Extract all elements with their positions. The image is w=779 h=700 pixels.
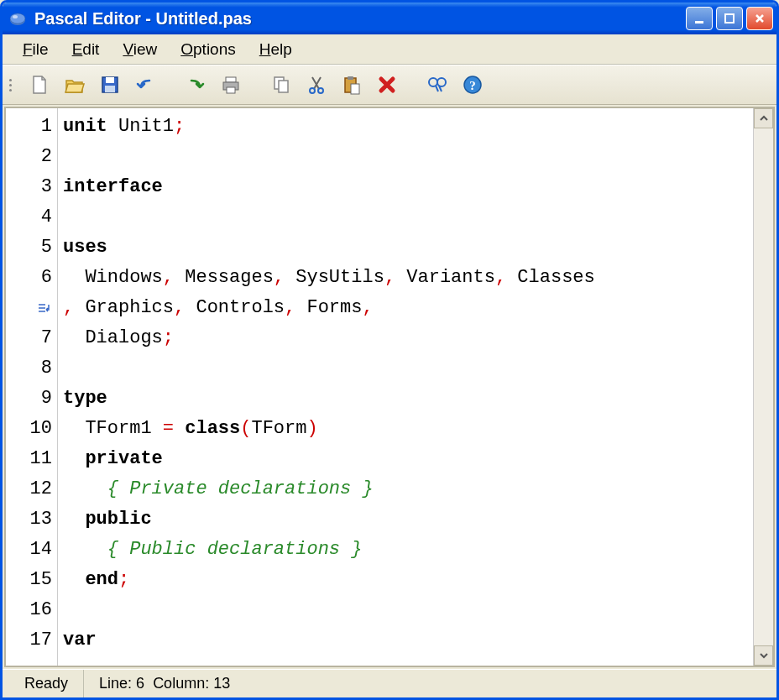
- svg-rect-3: [695, 21, 703, 24]
- line-number: 17: [6, 625, 57, 656]
- line-number: 13: [6, 504, 57, 535]
- code-line[interactable]: public: [63, 504, 748, 535]
- line-number: 9: [6, 384, 57, 414]
- statusbar: Ready Line: 6 Column: 13: [3, 669, 776, 697]
- editor-area: 1234567891011121314151617 unit Unit1; in…: [4, 107, 775, 667]
- line-number: 16: [6, 595, 57, 625]
- delete-button[interactable]: [372, 70, 402, 100]
- help-button[interactable]: ?: [457, 70, 488, 100]
- line-number: 6: [6, 263, 57, 293]
- save-button[interactable]: [95, 70, 125, 100]
- minimize-button[interactable]: [686, 7, 713, 30]
- code-line[interactable]: Dialogs;: [63, 323, 748, 353]
- undo-button[interactable]: [130, 70, 160, 100]
- new-file-button[interactable]: [24, 70, 55, 100]
- svg-point-2: [13, 15, 18, 18]
- line-number: 10: [6, 414, 57, 444]
- line-wrap-icon: [6, 293, 57, 323]
- line-number: 14: [6, 535, 57, 565]
- code-line[interactable]: interface: [63, 172, 748, 202]
- code-line[interactable]: { Public declarations }: [63, 535, 748, 565]
- menubar: File Edit View Options Help: [3, 34, 776, 65]
- menu-edit[interactable]: Edit: [60, 37, 112, 62]
- code-line[interactable]: end;: [63, 565, 748, 595]
- code-line[interactable]: { Private declarations }: [63, 474, 748, 504]
- line-number: 11: [6, 444, 57, 474]
- svg-point-19: [437, 78, 446, 86]
- code-line[interactable]: type: [63, 384, 748, 414]
- svg-rect-10: [227, 87, 235, 93]
- code-line[interactable]: private: [63, 444, 748, 474]
- redo-button[interactable]: [180, 70, 211, 100]
- copy-button[interactable]: [266, 70, 296, 100]
- menu-options[interactable]: Options: [169, 37, 247, 62]
- scroll-track[interactable]: [754, 128, 773, 645]
- code-editor[interactable]: unit Unit1; interface uses Windows, Mess…: [58, 108, 753, 666]
- line-number: 3: [6, 172, 57, 202]
- code-line[interactable]: [63, 353, 748, 384]
- svg-rect-7: [105, 86, 115, 92]
- line-number: 4: [6, 202, 57, 232]
- line-number: 7: [6, 323, 57, 353]
- code-line[interactable]: uses: [63, 232, 748, 263]
- menu-file[interactable]: File: [11, 37, 60, 62]
- close-button[interactable]: [746, 7, 773, 30]
- scroll-up-button[interactable]: [754, 108, 773, 128]
- code-line[interactable]: var: [63, 625, 748, 656]
- line-number: 2: [6, 142, 57, 172]
- titlebar: Pascal Editor - Untitled.pas: [3, 3, 776, 34]
- app-icon: [8, 8, 28, 29]
- window-title: Pascal Editor - Untitled.pas: [34, 9, 686, 29]
- toolbar-grip: [9, 79, 16, 91]
- svg-text:?: ?: [469, 79, 476, 92]
- svg-point-18: [429, 78, 437, 86]
- line-number: 8: [6, 353, 57, 384]
- svg-point-13: [310, 88, 315, 93]
- toolbar: ?: [3, 65, 776, 105]
- svg-point-1: [10, 13, 25, 24]
- svg-rect-17: [351, 84, 359, 94]
- paste-button[interactable]: [337, 70, 367, 100]
- vertical-scrollbar[interactable]: [753, 108, 773, 666]
- svg-rect-4: [725, 14, 734, 23]
- code-line[interactable]: [63, 595, 748, 625]
- svg-rect-16: [348, 76, 353, 80]
- status-ready: Ready: [9, 670, 84, 697]
- line-number: 12: [6, 474, 57, 504]
- scroll-down-button[interactable]: [754, 645, 773, 666]
- line-number: 15: [6, 565, 57, 595]
- code-line[interactable]: , Graphics, Controls, Forms,: [63, 293, 748, 323]
- find-button[interactable]: [422, 70, 452, 100]
- code-line[interactable]: unit Unit1;: [63, 112, 748, 142]
- menu-view[interactable]: View: [111, 37, 169, 62]
- svg-point-14: [318, 88, 323, 93]
- maximize-button[interactable]: [716, 7, 743, 30]
- svg-rect-12: [279, 81, 288, 92]
- code-line[interactable]: [63, 142, 748, 172]
- code-line[interactable]: Windows, Messages, SysUtils, Variants, C…: [63, 263, 748, 293]
- svg-rect-6: [106, 77, 114, 83]
- cut-button[interactable]: [301, 70, 332, 100]
- print-button[interactable]: [216, 70, 246, 100]
- line-number: 5: [6, 232, 57, 263]
- menu-help[interactable]: Help: [248, 37, 304, 62]
- main-window: Pascal Editor - Untitled.pas File Edit V…: [0, 0, 779, 700]
- svg-rect-8: [226, 77, 236, 82]
- code-line[interactable]: [63, 202, 748, 232]
- status-position: Line: 6 Column: 13: [84, 670, 245, 697]
- open-button[interactable]: [60, 70, 90, 100]
- code-line[interactable]: TForm1 = class(TForm): [63, 414, 748, 444]
- line-gutter: 1234567891011121314151617: [6, 108, 58, 666]
- line-number: 1: [6, 112, 57, 142]
